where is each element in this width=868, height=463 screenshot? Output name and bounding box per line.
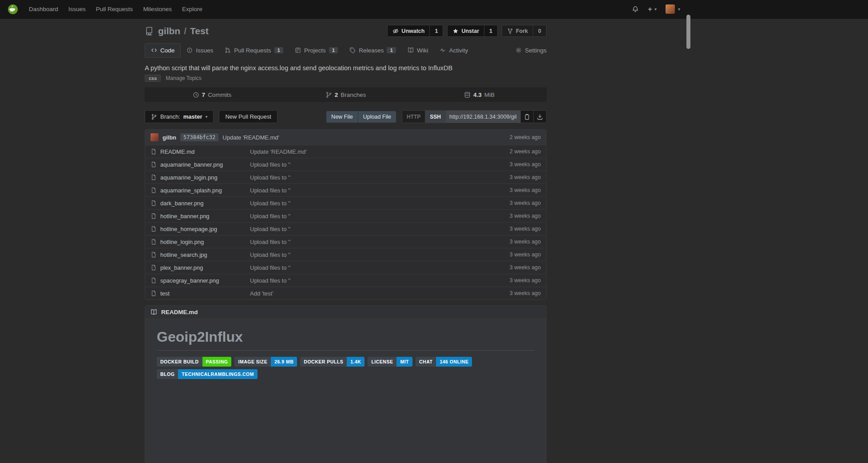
file-name-link[interactable]: hotline_login.png — [160, 239, 204, 245]
fork-count[interactable]: 0 — [533, 25, 547, 37]
nav-milestones[interactable]: Milestones — [143, 6, 172, 12]
tab-wiki-label: Wiki — [417, 47, 428, 54]
shield-badge[interactable]: CHAT 146 ONLINE — [416, 357, 472, 367]
file-commit-message-link[interactable]: Upload files to '' — [250, 200, 510, 207]
tab-issues[interactable]: Issues — [181, 43, 219, 58]
wiki-icon — [151, 309, 157, 315]
page: { "navbar": { "links": ["Dashboard", "Is… — [0, 0, 868, 463]
nav-issues[interactable]: Issues — [68, 6, 86, 12]
tab-pull-requests[interactable]: Pull Requests 1 — [219, 43, 289, 58]
file-age: 2 weeks ago — [510, 148, 541, 155]
file-name-link[interactable]: aquamarine_login.png — [160, 174, 218, 181]
table-row: aquamarine_login.png Upload files to '' … — [145, 171, 546, 184]
file-name-cell: aquamarine_login.png — [151, 174, 250, 181]
shield-badge[interactable]: IMAGE SIZE 26.9 MB — [234, 357, 297, 367]
commit-hash-link[interactable]: 57384bfc32 — [180, 133, 218, 141]
tab-settings[interactable]: Settings — [515, 47, 547, 54]
file-name-link[interactable]: aquamarine_banner.png — [160, 161, 223, 168]
file-commit-message-link[interactable]: Upload files to '' — [250, 251, 510, 258]
repo-name-link[interactable]: Test — [190, 26, 209, 36]
gitea-logo-icon[interactable] — [7, 4, 19, 15]
commit-author-link[interactable]: gilbn — [163, 134, 176, 141]
file-commit-message-link[interactable]: Upload files to '' — [250, 174, 510, 181]
copy-url-button[interactable] — [520, 110, 534, 123]
stat-branches[interactable]: 2 Branches — [279, 88, 412, 101]
file-icon — [151, 290, 157, 296]
file-name-link[interactable]: hotline_search.jpg — [160, 251, 207, 258]
shield-badge[interactable]: LICENSE MIT — [368, 357, 412, 367]
code-icon — [151, 47, 157, 53]
nav-pull-requests[interactable]: Pull Requests — [96, 6, 133, 12]
commits-count: 7 — [202, 92, 206, 98]
tab-activity[interactable]: Activity — [434, 43, 474, 58]
shield-badge[interactable]: DOCKER PULLS 1.4K — [300, 357, 365, 367]
repo-stats-bar: 7 Commits 2 Branches 4.3 MiB — [145, 88, 547, 102]
new-file-button[interactable]: New File — [326, 111, 358, 123]
branch-selector[interactable]: Branch: master ▾ — [145, 110, 214, 123]
shield-badge[interactable]: DOCKER BUILD PASSING — [157, 357, 231, 367]
file-name-link[interactable]: spacegray_banner.png — [160, 277, 219, 284]
upload-file-button[interactable]: Upload File — [358, 111, 396, 123]
star-button-group: Unstar 1 — [447, 25, 498, 37]
watch-count[interactable]: 1 — [430, 25, 443, 37]
database-icon — [464, 92, 471, 98]
manage-topics-link[interactable]: Manage Topics — [166, 75, 202, 81]
tab-wiki[interactable]: Wiki — [402, 43, 434, 58]
file-name-link[interactable]: hotline_homepage.jpg — [160, 226, 217, 232]
new-pull-request-button[interactable]: New Pull Request — [219, 110, 277, 123]
repo-tabs: Code Issues Pull Requests 1 — [145, 43, 547, 58]
fork-button[interactable]: Fork — [502, 25, 533, 37]
unwatch-button[interactable]: Unwatch — [387, 25, 430, 37]
repo-owner-link[interactable]: gilbn — [158, 26, 180, 36]
table-row: plex_banner.png Upload files to '' 3 wee… — [145, 261, 546, 274]
file-commit-message-link[interactable]: Upload files to '' — [250, 277, 510, 284]
clone-url-input[interactable] — [445, 110, 521, 123]
shield-badge[interactable]: BLOG TECHNICALRAMBLINGS.COM — [157, 369, 258, 379]
file-icon — [151, 161, 157, 168]
file-name-link[interactable]: plex_banner.png — [160, 264, 203, 271]
file-name-link[interactable]: hotline_banner.png — [160, 213, 210, 220]
unstar-button[interactable]: Unstar — [447, 25, 484, 37]
avatar — [666, 4, 675, 14]
file-commit-message-link[interactable]: Update 'README.md' — [250, 148, 510, 155]
repo-size-value: 4.3 — [473, 92, 482, 98]
tab-code[interactable]: Code — [145, 43, 181, 58]
commit-message-link[interactable]: Update 'README.md' — [222, 134, 279, 141]
nav-explore[interactable]: Explore — [182, 6, 202, 12]
repo-actions: Unwatch 1 Unstar 1 — [387, 25, 547, 37]
download-button[interactable] — [533, 110, 547, 123]
file-commit-message-link[interactable]: Upload files to '' — [250, 213, 510, 220]
file-commit-message-link[interactable]: Upload files to '' — [250, 161, 510, 168]
file-name-cell: test — [151, 290, 250, 297]
file-commit-message-link[interactable]: Upload files to '' — [250, 264, 510, 271]
bell-icon[interactable] — [632, 6, 639, 13]
create-new-menu[interactable]: + ▾ — [648, 5, 657, 14]
file-name-link[interactable]: aquamarine_splash.png — [160, 187, 222, 194]
tab-projects[interactable]: Projects 1 — [289, 43, 344, 58]
file-name-link[interactable]: test — [160, 290, 170, 297]
chevron-down-icon: ▾ — [678, 7, 680, 12]
repo-description: A python script that will parse the ngin… — [145, 64, 547, 72]
tab-releases[interactable]: Releases 1 — [344, 43, 402, 58]
star-count[interactable]: 1 — [484, 25, 498, 37]
file-commit-message-link[interactable]: Add 'test' — [250, 290, 510, 297]
file-name-link[interactable]: README.md — [160, 148, 194, 155]
file-commit-message-link[interactable]: Upload files to '' — [250, 239, 510, 245]
file-age: 3 weeks ago — [510, 213, 541, 219]
topic-chip[interactable]: css — [145, 75, 161, 82]
file-age: 3 weeks ago — [510, 239, 541, 245]
stat-commits[interactable]: 7 Commits — [145, 88, 279, 101]
scrollbar-thumb[interactable] — [686, 15, 690, 49]
watch-button-group: Unwatch 1 — [387, 25, 443, 37]
controls-right: New File Upload File HTTP SSH — [326, 110, 547, 123]
stat-size: 4.3 MiB — [412, 88, 546, 101]
clone-http-toggle[interactable]: HTTP — [402, 110, 425, 123]
file-commit-message-link[interactable]: Upload files to '' — [250, 187, 510, 194]
tab-releases-label: Releases — [359, 47, 384, 54]
file-name-link[interactable]: dark_banner.png — [160, 200, 204, 207]
clone-ssh-toggle[interactable]: SSH — [425, 110, 446, 123]
table-row: README.md Update 'README.md' 2 weeks ago — [145, 145, 546, 158]
file-commit-message-link[interactable]: Upload files to '' — [250, 226, 510, 232]
nav-dashboard[interactable]: Dashboard — [29, 6, 58, 12]
user-menu[interactable]: ▾ — [666, 4, 680, 14]
